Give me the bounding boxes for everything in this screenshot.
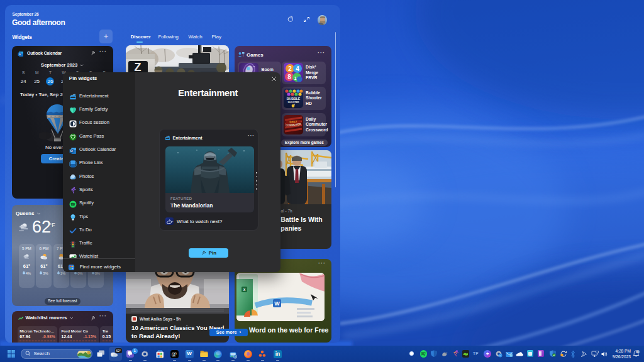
svg-text:SHOOTER: SHOOTER	[287, 101, 299, 104]
svg-text:Z: Z	[135, 61, 142, 74]
svg-text:4: 4	[296, 65, 299, 72]
svg-text:O: O	[70, 149, 72, 153]
svg-text:+: +	[172, 220, 174, 222]
svg-text:BUBBLE: BUBBLE	[286, 97, 300, 101]
svg-text:o: o	[18, 53, 20, 56]
svg-text:2: 2	[288, 65, 292, 72]
svg-text:W: W	[274, 300, 280, 307]
svg-text:@: @	[234, 355, 236, 358]
svg-text:x: x	[243, 287, 246, 292]
svg-text:8: 8	[287, 74, 291, 80]
